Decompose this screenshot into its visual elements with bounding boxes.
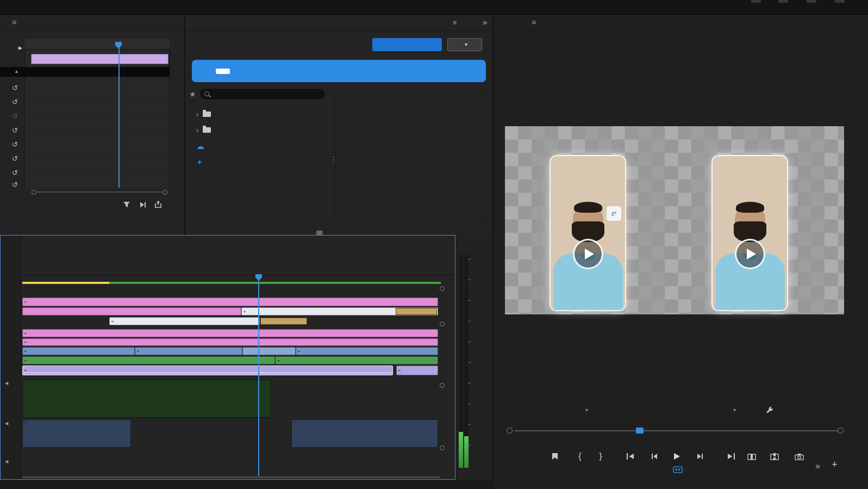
clip-after[interactable] xyxy=(22,329,438,337)
timeline-playhead-marker[interactable] xyxy=(255,274,262,281)
discover-packs-button[interactable] xyxy=(372,38,442,51)
ec-playhead[interactable] xyxy=(118,43,120,188)
expand-icon[interactable] xyxy=(18,46,22,51)
panel-menu-icon[interactable] xyxy=(12,18,16,26)
reset-parameter-icon[interactable] xyxy=(12,84,18,91)
add-button-icon[interactable] xyxy=(832,460,838,469)
fx-badge[interactable] xyxy=(24,360,27,361)
clip-r03-video[interactable] xyxy=(22,356,275,364)
reset-parameter-icon[interactable] xyxy=(12,113,18,120)
fx-badge[interactable] xyxy=(24,382,27,383)
timeline-ruler[interactable] xyxy=(21,275,455,275)
fx-badge[interactable] xyxy=(398,370,401,371)
reset-parameter-icon[interactable] xyxy=(12,141,18,148)
track-collapse-icon[interactable] xyxy=(5,460,8,464)
step-forward-icon[interactable] xyxy=(693,450,707,463)
export-frame-camera-icon[interactable] xyxy=(792,450,806,463)
add-marker-icon[interactable] xyxy=(548,450,562,463)
reset-parameter-icon[interactable] xyxy=(12,127,18,134)
step-back-icon[interactable] xyxy=(647,450,661,463)
scrollbar-knob[interactable] xyxy=(32,190,36,195)
go-to-in-icon[interactable] xyxy=(623,450,637,463)
play-audio-icon[interactable] xyxy=(137,200,149,209)
fx-badge[interactable] xyxy=(24,351,27,352)
panel-menu-icon[interactable] xyxy=(532,18,536,26)
fx-badge[interactable] xyxy=(243,311,246,312)
tree-item-user-library[interactable] xyxy=(192,122,332,138)
transition-cross-dissolve[interactable] xyxy=(396,308,437,315)
review-install-button[interactable] xyxy=(216,69,230,74)
favorites-star-icon[interactable] xyxy=(189,90,196,98)
clip-arabic-video[interactable] xyxy=(296,347,438,355)
playback-resolution-select[interactable] xyxy=(729,407,736,413)
chevron-right-icon[interactable] xyxy=(192,110,203,118)
track-resize-knob[interactable] xyxy=(440,321,445,326)
clip-adjustment-layer[interactable] xyxy=(22,298,438,306)
zoom-select[interactable] xyxy=(582,407,588,413)
clip-arabic-video[interactable] xyxy=(22,347,135,355)
fx-badge[interactable] xyxy=(24,422,27,423)
fx-badge[interactable] xyxy=(24,301,27,302)
scrubber-playhead[interactable] xyxy=(636,428,644,434)
lift-icon[interactable] xyxy=(745,450,759,463)
fx-badge[interactable] xyxy=(277,360,279,361)
panel-menu-icon[interactable] xyxy=(453,19,457,26)
fx-badge[interactable] xyxy=(24,333,27,334)
reset-parameter-icon[interactable] xyxy=(12,181,18,188)
program-preview[interactable] xyxy=(505,126,844,314)
track-resize-knob[interactable] xyxy=(440,383,445,388)
drag-video-icon[interactable] xyxy=(673,466,683,475)
clip-vecteezy[interactable] xyxy=(109,317,260,325)
track-collapse-icon[interactable] xyxy=(5,422,8,426)
fx-badge[interactable] xyxy=(294,422,296,423)
clip-856460-uhd-tail[interactable] xyxy=(396,366,438,375)
export-icon[interactable] xyxy=(152,200,164,209)
audio-clip-blue[interactable] xyxy=(291,419,438,448)
tree-item-manage-products[interactable] xyxy=(192,138,332,154)
ec-timeline-ruler[interactable] xyxy=(24,39,170,49)
fx-badge[interactable] xyxy=(298,351,300,352)
scrub-zoom-handle[interactable] xyxy=(507,428,513,434)
filter-icon[interactable] xyxy=(121,200,133,209)
menu-button[interactable] xyxy=(447,38,482,51)
timeline-playhead[interactable] xyxy=(258,275,259,476)
view-grid-icon[interactable] xyxy=(316,229,323,235)
reset-parameter-icon[interactable] xyxy=(12,98,18,106)
fx-badge[interactable] xyxy=(137,351,139,352)
mark-in-icon[interactable] xyxy=(573,450,587,463)
clip-before[interactable] xyxy=(22,338,438,346)
titlebar-icon[interactable] xyxy=(807,0,816,3)
fx-badge[interactable] xyxy=(24,370,27,371)
mark-out-icon[interactable] xyxy=(594,450,608,463)
track-collapse-icon[interactable] xyxy=(5,381,8,386)
titlebar-icon[interactable] xyxy=(835,0,845,3)
audio-clip-blue[interactable] xyxy=(22,419,131,448)
audio-clip-green[interactable] xyxy=(22,380,271,418)
button-overflow-icon[interactable] xyxy=(815,462,820,471)
tab-overflow-icon[interactable] xyxy=(483,18,487,26)
extract-icon[interactable] xyxy=(767,450,782,463)
tree-item-discover-packs[interactable] xyxy=(192,154,332,170)
clip-arabic-video[interactable] xyxy=(242,347,296,355)
titlebar-icon[interactable] xyxy=(778,0,788,3)
clip-856460-uhd[interactable] xyxy=(22,366,393,375)
clip-pink[interactable] xyxy=(22,307,241,315)
track-resize-knob[interactable] xyxy=(440,286,445,291)
clip-r03[interactable] xyxy=(275,356,438,364)
fx-badge[interactable] xyxy=(111,321,114,322)
titlebar-icon[interactable] xyxy=(751,0,761,3)
scrub-zoom-handle[interactable] xyxy=(838,428,844,434)
settings-wrench-icon[interactable] xyxy=(765,406,774,416)
collapse-icon[interactable] xyxy=(14,69,19,74)
search-input[interactable] xyxy=(213,89,322,99)
transition-cross-dissolve[interactable] xyxy=(260,318,307,325)
ec-clip-bar[interactable] xyxy=(31,54,168,64)
play-icon[interactable] xyxy=(670,450,684,463)
tree-item-starter-pack[interactable] xyxy=(192,107,332,122)
timeline-horizontal-scrollbar[interactable] xyxy=(22,476,440,478)
reset-parameter-icon[interactable] xyxy=(12,155,18,162)
scrubber-track[interactable] xyxy=(514,430,838,431)
fx-badge[interactable] xyxy=(24,342,27,343)
scrollbar-knob[interactable] xyxy=(163,190,167,195)
ec-horizontal-scrollbar[interactable] xyxy=(32,190,167,194)
